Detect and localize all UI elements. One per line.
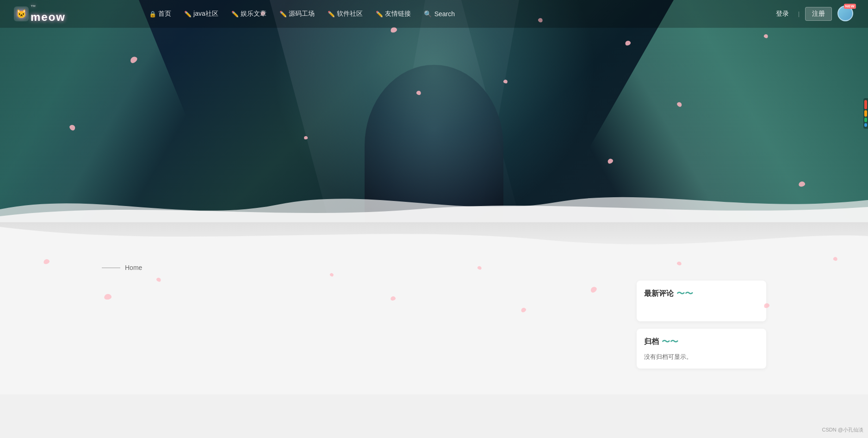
nav-links: 🔒首页✏️java社区✏️娱乐文章✏️源码工场✏️软件社区✏️友情链接🔍Sear…	[149, 10, 772, 18]
search-icon: 🔍	[424, 10, 432, 18]
nav-label-java: java社区	[193, 10, 218, 18]
main-layout: 最新评论 〜〜 归档 〜〜 没有归档可显示。	[0, 281, 868, 376]
side-bar-3	[864, 123, 867, 127]
nav-label-software: 软件社区	[337, 10, 363, 18]
nav-icon-entertainment: ✏️	[231, 11, 239, 18]
nav-actions: 登录 | 注册 NEW	[772, 6, 854, 22]
nav-link-java[interactable]: ✏️java社区	[184, 10, 218, 18]
new-badge: NEW	[844, 4, 856, 9]
nav-icon-friends: ✏️	[376, 11, 383, 18]
hero-section: 🐱 ™ meow 🔒首页✏️java社区✏️娱乐文章✏️源码工场✏️软件社区✏️…	[0, 0, 868, 227]
nav-icon-software: ✏️	[328, 11, 335, 18]
nav-search[interactable]: 🔍Search	[424, 10, 455, 18]
archive-wave-decoration: 〜〜	[662, 336, 678, 347]
side-bar-2	[864, 118, 867, 122]
site-logo[interactable]: 🐱 ™ meow	[14, 4, 66, 24]
breadcrumb-home[interactable]: Home	[125, 264, 142, 271]
nav-link-friends[interactable]: ✏️友情链接	[376, 10, 411, 18]
hero-wave	[0, 181, 868, 227]
comments-placeholder	[644, 305, 759, 314]
logo-icon: 🐱	[14, 6, 29, 21]
wave-decoration: 〜〜	[676, 288, 693, 299]
content-area: Home 最新评论 〜〜 归档 〜〜 没有归档可显示。	[0, 222, 868, 394]
nav-icon-home: 🔒	[149, 11, 156, 18]
latest-comments-widget: 最新评论 〜〜	[637, 281, 766, 321]
breadcrumb: Home	[0, 255, 868, 281]
nav-link-software[interactable]: ✏️软件社区	[328, 10, 363, 18]
nav-link-home[interactable]: 🔒首页	[149, 10, 171, 18]
nav-icon-source: ✏️	[279, 11, 287, 18]
side-indicator	[863, 98, 868, 129]
nav-label-home: 首页	[158, 10, 171, 18]
breadcrumb-line	[102, 268, 120, 268]
side-bar-0	[864, 100, 867, 109]
separator: |	[798, 11, 800, 17]
widget-title-comments: 最新评论 〜〜	[644, 288, 759, 299]
navbar: 🐱 ™ meow 🔒首页✏️java社区✏️娱乐文章✏️源码工场✏️软件社区✏️…	[0, 0, 868, 28]
side-bar-1	[864, 110, 867, 117]
register-button[interactable]: 注册	[805, 7, 832, 21]
sidebar: 最新评论 〜〜 归档 〜〜 没有归档可显示。	[637, 281, 766, 376]
login-button[interactable]: 登录	[772, 8, 793, 20]
user-avatar[interactable]: NEW	[837, 6, 854, 22]
nav-label-source: 源码工场	[289, 10, 315, 18]
nav-icon-java: ✏️	[184, 11, 192, 18]
csdn-credit: CSDN @小孔仙淡	[822, 426, 863, 433]
nav-label-friends: 友情链接	[385, 10, 411, 18]
archive-widget: 归档 〜〜 没有归档可显示。	[637, 329, 766, 369]
archive-empty-text: 没有归档可显示。	[644, 353, 759, 361]
main-content	[102, 281, 623, 376]
wave-transition	[0, 222, 868, 255]
widget-title-archive: 归档 〜〜	[644, 336, 759, 347]
nav-link-entertainment[interactable]: ✏️娱乐文章	[231, 10, 267, 18]
search-label: Search	[434, 10, 455, 18]
nav-link-source[interactable]: ✏️源码工场	[279, 10, 315, 18]
logo-text: ™ meow	[31, 4, 66, 24]
nav-label-entertainment: 娱乐文章	[241, 10, 267, 18]
